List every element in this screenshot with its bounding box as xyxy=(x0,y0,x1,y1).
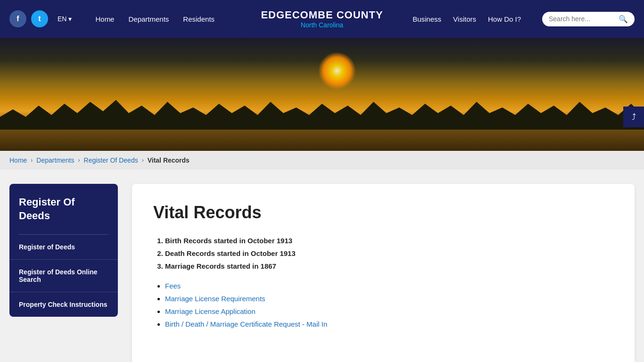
search-box: 🔍 xyxy=(542,12,635,26)
list-item: Birth / Death / Marriage Certificate Req… xyxy=(165,320,613,328)
lang-label: EN xyxy=(58,15,66,23)
language-selector[interactable]: EN ▾ xyxy=(58,15,72,23)
records-list: Birth Records started in October 1913 De… xyxy=(165,237,613,270)
main-content: Register Of Deeds Register of Deeds Regi… xyxy=(0,170,644,362)
search-button[interactable]: 🔍 xyxy=(619,15,628,24)
nav-visitors-link[interactable]: Visitors xyxy=(453,15,476,23)
content-area: Vital Records Birth Records started in O… xyxy=(132,184,635,362)
nav-residents-link[interactable]: Residents xyxy=(183,15,215,23)
breadcrumb-sep-3: › xyxy=(142,157,144,164)
breadcrumb: Home › Departments › Register Of Deeds ›… xyxy=(0,151,644,170)
state-name: North Carolina xyxy=(261,21,383,29)
sidebar: Register Of Deeds Register of Deeds Regi… xyxy=(9,184,118,317)
marriage-license-application-link[interactable]: Marriage License Application xyxy=(165,307,256,315)
breadcrumb-departments[interactable]: Departments xyxy=(36,156,74,164)
list-item: Fees xyxy=(165,282,613,290)
nav-departments-link[interactable]: Departments xyxy=(128,15,169,23)
list-item: Birth Records started in October 1913 xyxy=(165,237,613,245)
breadcrumb-current: Vital Records xyxy=(148,156,190,164)
hero-water-decoration xyxy=(0,130,644,151)
nav-home-link[interactable]: Home xyxy=(95,15,114,23)
page-title: Vital Records xyxy=(153,203,613,222)
breadcrumb-home[interactable]: Home xyxy=(9,156,27,164)
facebook-icon[interactable]: f xyxy=(9,10,26,27)
nav-business-link[interactable]: Business xyxy=(413,15,441,23)
fees-link[interactable]: Fees xyxy=(165,282,181,290)
sidebar-item-register-of-deeds[interactable]: Register of Deeds xyxy=(9,235,118,259)
sidebar-item-online-search[interactable]: Register of Deeds Online Search xyxy=(9,259,118,292)
lang-arrow: ▾ xyxy=(68,15,72,23)
list-item: Death Records started in October 1913 xyxy=(165,249,613,257)
share-button[interactable]: ⤴ xyxy=(623,107,644,127)
marriage-license-requirements-link[interactable]: Marriage License Requirements xyxy=(165,295,265,303)
hero-image: ⤴ xyxy=(0,38,644,151)
hero-sun-decoration xyxy=(318,52,356,90)
list-item: Marriage License Requirements xyxy=(165,295,613,303)
nav-links-left: Home Departments Residents xyxy=(95,15,215,23)
breadcrumb-register-of-deeds[interactable]: Register Of Deeds xyxy=(84,156,138,164)
sidebar-title: Register Of Deeds xyxy=(9,184,118,234)
list-item: Marriage Records started in 1867 xyxy=(165,262,613,270)
breadcrumb-sep-1: › xyxy=(31,157,33,164)
breadcrumb-sep-2: › xyxy=(78,157,80,164)
hero-trees-decoration xyxy=(0,94,644,132)
nav-links-right: Business Visitors How Do I? 🔍 xyxy=(413,12,635,26)
nav-howdoi-link[interactable]: How Do I? xyxy=(488,15,521,23)
certificate-request-link[interactable]: Birth / Death / Marriage Certificate Req… xyxy=(165,320,327,328)
nav-left-group: f t EN ▾ Home Departments Residents xyxy=(9,10,215,27)
top-navigation: f t EN ▾ Home Departments Residents EDGE… xyxy=(0,0,644,38)
list-item: Marriage License Application xyxy=(165,307,613,315)
links-list: Fees Marriage License Requirements Marri… xyxy=(165,282,613,328)
county-name: EDGECOMBE COUNTY xyxy=(261,9,383,21)
twitter-icon[interactable]: t xyxy=(31,10,48,27)
sidebar-item-property-check[interactable]: Property Check Instructions xyxy=(9,292,118,317)
search-input[interactable] xyxy=(549,15,615,23)
site-title: EDGECOMBE COUNTY North Carolina xyxy=(261,9,383,29)
